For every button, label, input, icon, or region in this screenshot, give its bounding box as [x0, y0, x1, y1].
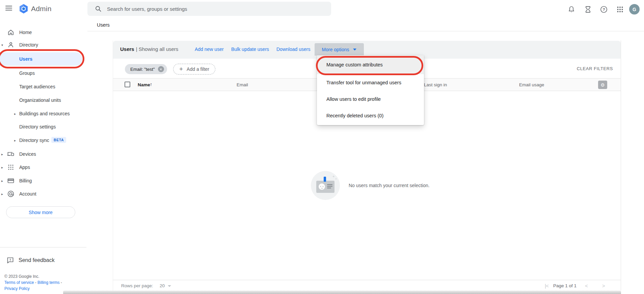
empty-state-illustration: +	[311, 171, 340, 200]
terms-of-service-link[interactable]: Terms of service	[4, 280, 34, 285]
menu-item-manage-custom-attributes[interactable]: Manage custom attributes	[317, 55, 424, 74]
filter-chip-email[interactable]: Email: "test" ×	[125, 64, 167, 74]
main-menu-icon[interactable]	[5, 6, 12, 10]
clear-filters-button[interactable]: CLEAR FILTERS	[577, 66, 613, 71]
search-icon	[95, 5, 102, 12]
svg-text:?: ?	[602, 7, 605, 11]
column-name[interactable]: Name	[138, 82, 150, 87]
sidebar-item-directory-sync[interactable]: ▸ Directory sync BETA	[0, 134, 86, 146]
sidebar-item-buildings-resources[interactable]: ▸ Buildings and resources	[0, 108, 86, 120]
sidebar-item-groups[interactable]: Groups	[0, 67, 86, 79]
panel-title: Users| Showing all users	[120, 46, 178, 52]
rows-per-page-value[interactable]: 20	[160, 283, 165, 288]
sort-ascending-icon[interactable]: ↑	[150, 82, 152, 87]
at-sign-icon	[7, 190, 15, 198]
search-input[interactable]: Search for users, groups or settings	[87, 2, 331, 16]
sidebar-item-directory[interactable]: ▾ Directory	[0, 39, 86, 51]
beta-badge: BETA	[51, 137, 66, 143]
devices-icon	[7, 150, 15, 158]
chevron-down-icon[interactable]: ▾	[1, 43, 3, 47]
link-separator: -	[35, 280, 36, 285]
sidebar-item-home[interactable]: Home	[0, 26, 86, 38]
more-options-menu: Manage custom attributes Transfer tool f…	[317, 55, 424, 125]
bulk-update-users-link[interactable]: Bulk update users	[231, 47, 269, 52]
menu-item-transfer-tool[interactable]: Transfer tool for unmanaged users	[317, 74, 424, 91]
horizontal-scrollbar[interactable]	[63, 291, 621, 294]
panel-title-suffix: | Showing all users	[136, 46, 179, 52]
add-new-user-link[interactable]: Add new user	[195, 47, 224, 52]
page-status: Page 1 of 1	[553, 283, 576, 288]
send-feedback-button[interactable]: Send feedback	[0, 255, 86, 266]
hourglass-icon[interactable]	[584, 6, 592, 13]
plus-icon: +	[179, 65, 183, 73]
chevron-right-icon[interactable]: ▸	[14, 139, 16, 142]
more-options-button[interactable]: More options	[315, 43, 364, 56]
feedback-icon	[6, 256, 14, 264]
credit-card-icon	[7, 177, 15, 185]
footer-links-2: Privacy Policy	[4, 286, 30, 291]
chevron-right-icon[interactable]: ▸	[1, 192, 3, 196]
sidebar-item-organizational-units[interactable]: Organizational units	[0, 94, 86, 106]
remove-filter-icon[interactable]: ×	[158, 66, 164, 72]
product-name: Admin	[31, 5, 52, 13]
users-panel: Users| Showing all users Add new user Bu…	[113, 40, 621, 291]
chevron-right-icon[interactable]: ▸	[1, 152, 3, 156]
help-icon[interactable]: ?	[600, 6, 608, 13]
download-users-link[interactable]: Download users	[276, 47, 310, 52]
admin-logo[interactable]: Admin	[19, 4, 52, 14]
show-more-button[interactable]: Show more	[6, 206, 75, 218]
sidebar-item-billing[interactable]: ▸ Billing	[0, 175, 86, 187]
search-placeholder: Search for users, groups or settings	[107, 6, 187, 12]
notifications-bell-icon[interactable]	[568, 6, 575, 13]
sidebar-item-target-audiences[interactable]: Target audiences	[0, 81, 86, 93]
pagination-bar: Rows per page: 20 |< Page 1 of 1 < >	[113, 280, 621, 291]
column-email-usage[interactable]: Email usage	[519, 82, 544, 87]
id-card-graphic	[316, 181, 334, 193]
sparkle-dot	[336, 178, 337, 179]
footer-links: Terms of service - Billing terms -	[4, 280, 62, 285]
column-last-sign-in[interactable]: Last sign in	[424, 82, 447, 87]
copyright-text: © 2023 Google Inc.	[4, 274, 39, 279]
manage-columns-gear-icon[interactable]: ⚙	[598, 81, 607, 89]
home-icon	[7, 28, 15, 36]
add-filter-button[interactable]: + Add a filter	[173, 64, 215, 75]
breadcrumb: Users	[97, 22, 110, 28]
menu-item-allow-edit-profile[interactable]: Allow users to edit profile	[317, 91, 424, 107]
id-card-clip	[324, 177, 326, 182]
sidebar-item-apps[interactable]: ▸ Apps	[0, 161, 86, 173]
billing-terms-link[interactable]: Billing terms	[37, 280, 59, 285]
panel-title-bold: Users	[120, 46, 134, 52]
account-avatar[interactable]: G	[629, 4, 640, 14]
admin-hexagon-icon	[19, 4, 28, 14]
sparkle-icon: +	[332, 174, 334, 178]
apps-grid-icon[interactable]	[616, 6, 624, 13]
google-admin-console: Admin Search for users, groups or settin…	[0, 0, 644, 294]
first-page-button[interactable]: |<	[545, 283, 548, 289]
rows-per-page-caret-icon[interactable]	[168, 285, 171, 287]
chevron-right-icon[interactable]: ▸	[14, 112, 16, 116]
sidebar-item-directory-settings[interactable]: Directory settings	[0, 121, 86, 133]
menu-item-recently-deleted[interactable]: Recently deleted users (0)	[317, 107, 424, 124]
caret-down-icon	[353, 49, 356, 51]
person-icon	[7, 41, 15, 49]
sidebar-item-users[interactable]: Users	[0, 52, 82, 66]
column-email[interactable]: Email	[237, 82, 248, 87]
empty-state-message: No users match your current selection.	[349, 183, 430, 188]
chevron-right-icon[interactable]: ▸	[1, 166, 3, 169]
sidebar-item-devices[interactable]: ▸ Devices	[0, 148, 86, 160]
sidebar-item-account[interactable]: ▸ Account	[0, 188, 86, 200]
link-separator: -	[61, 280, 62, 285]
next-page-button[interactable]: >	[602, 283, 605, 289]
privacy-policy-link[interactable]: Privacy Policy	[4, 286, 30, 291]
chevron-right-icon[interactable]: ▸	[1, 179, 3, 183]
sidebar-divider	[0, 247, 86, 247]
rows-per-page-label: Rows per page:	[121, 283, 153, 288]
breadcrumb-divider	[87, 31, 644, 31]
apps-nav-icon	[7, 163, 15, 171]
previous-page-button[interactable]: <	[585, 283, 588, 289]
top-bar: Admin Search for users, groups or settin…	[0, 0, 644, 18]
id-card-face	[319, 183, 325, 190]
select-all-checkbox[interactable]	[125, 82, 130, 87]
